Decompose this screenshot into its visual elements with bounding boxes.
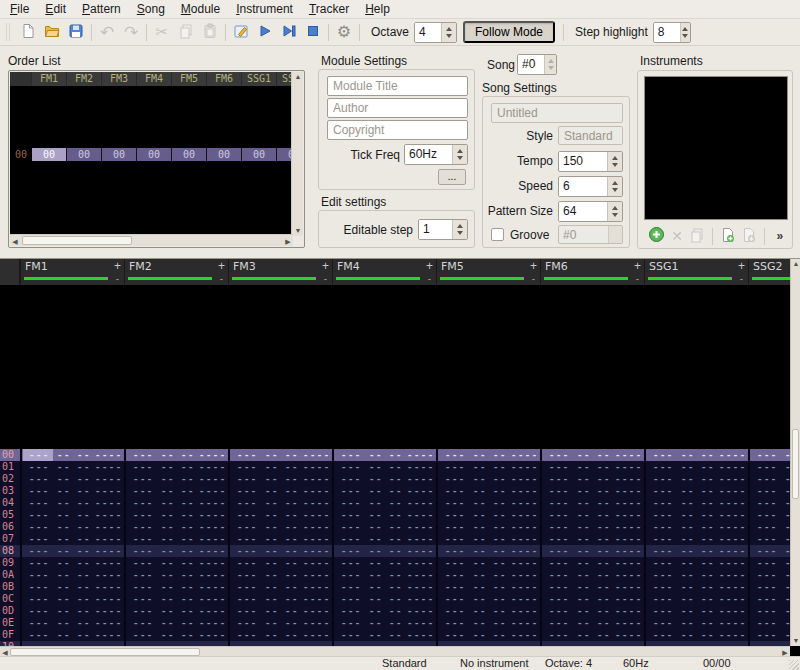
spin-down-icon[interactable] <box>446 34 452 38</box>
pattern-row[interactable]: 08--------------------------------------… <box>0 545 790 557</box>
pattern-cell[interactable]: ----------- <box>748 449 790 461</box>
pattern-cell[interactable]: ----------- <box>748 497 790 509</box>
pattern-row[interactable]: 01--------------------------------------… <box>0 461 790 473</box>
pattern-cell[interactable]: ----------- <box>540 545 644 557</box>
pattern-cell[interactable]: ----------- <box>644 557 748 569</box>
pattern-cell[interactable]: ----------- <box>20 617 124 629</box>
order-list-row[interactable]: 000000000000000000 <box>10 148 293 161</box>
pattern-cell[interactable]: ----------- <box>644 485 748 497</box>
pattern-cell[interactable]: ----------- <box>644 509 748 521</box>
pattern-cell[interactable]: ----------- <box>644 569 748 581</box>
pattern-cell[interactable]: ----------- <box>644 497 748 509</box>
pattern-cell[interactable]: ----------- <box>228 461 332 473</box>
tempo-spin-buttons[interactable] <box>607 152 622 171</box>
groove-checkbox[interactable] <box>491 228 504 241</box>
module-title-field[interactable] <box>327 76 468 96</box>
order-horizontal-scrollbar[interactable]: ◀ ▶ <box>10 234 293 246</box>
add-instrument-button[interactable] <box>648 227 665 245</box>
spin-up-icon[interactable] <box>682 27 688 31</box>
pattern-cell[interactable]: ----------- <box>436 533 540 545</box>
menu-edit[interactable]: Edit <box>37 0 74 18</box>
author-field[interactable] <box>327 98 468 118</box>
order-list-grid[interactable]: FM1FM2FM3FM4FM5FM6SSG1SSG2 0000000000000… <box>10 72 293 236</box>
pattern-row[interactable]: 02--------------------------------------… <box>0 473 790 485</box>
pattern-cell[interactable]: ----------- <box>124 473 228 485</box>
pattern-size-spinbox[interactable]: 64 <box>558 201 623 222</box>
pattern-cell[interactable]: ----------- <box>436 509 540 521</box>
pattern-cell[interactable]: ----------- <box>436 605 540 617</box>
pattern-cell[interactable]: ----------- <box>124 497 228 509</box>
pattern-cell[interactable]: ----------- <box>332 473 436 485</box>
spin-up-icon[interactable] <box>457 149 463 153</box>
pattern-cell[interactable]: ----------- <box>332 509 436 521</box>
order-header-ssg1[interactable]: SSG1 <box>242 72 277 86</box>
spin-up-icon[interactable] <box>612 206 618 210</box>
pattern-cell[interactable]: ----------- <box>436 629 540 641</box>
pattern-cell[interactable]: ----------- <box>540 521 644 533</box>
open-module-button[interactable] <box>40 21 64 44</box>
menu-help[interactable]: Help <box>357 0 398 18</box>
pattern-cell[interactable]: ----------- <box>20 581 124 593</box>
spin-up-icon[interactable] <box>612 181 618 185</box>
menu-pattern[interactable]: Pattern <box>74 0 129 18</box>
pattern-row[interactable]: 05--------------------------------------… <box>0 509 790 521</box>
channel-header-fm3[interactable]: FM3+- <box>228 259 332 285</box>
pattern-cell[interactable]: ----------- <box>228 593 332 605</box>
pattern-cell[interactable]: ----------- <box>644 461 748 473</box>
channel-header-fm5[interactable]: FM5+- <box>436 259 540 285</box>
collapse-channel-icon[interactable]: - <box>220 273 223 284</box>
pattern-cell[interactable]: ----------- <box>228 569 332 581</box>
stop-button[interactable] <box>301 21 325 44</box>
toggle-edit-button[interactable] <box>229 21 253 44</box>
play-from-start-button[interactable] <box>277 21 301 44</box>
pattern-cell[interactable]: ----------- <box>644 473 748 485</box>
expand-channel-icon[interactable]: + <box>114 259 121 273</box>
pattern-cell[interactable]: ----------- <box>20 593 124 605</box>
menu-file[interactable]: File <box>2 0 37 18</box>
expand-channel-icon[interactable]: + <box>530 259 537 273</box>
scrollbar-thumb[interactable] <box>10 648 200 656</box>
pattern-row[interactable]: 0E--------------------------------------… <box>0 617 790 629</box>
pattern-cell[interactable]: ----------- <box>228 509 332 521</box>
pattern-cell[interactable]: ----------- <box>20 629 124 641</box>
pattern-cell[interactable]: ----------- <box>332 521 436 533</box>
spin-down-icon[interactable] <box>682 34 688 38</box>
pattern-cell[interactable]: ----------- <box>644 605 748 617</box>
pattern-cell[interactable]: ----------- <box>228 617 332 629</box>
pattern-cell[interactable]: ----------- <box>540 593 644 605</box>
channel-header-ssg1[interactable]: SSG1+- <box>644 259 748 285</box>
pattern-cell[interactable]: ----------- <box>20 557 124 569</box>
pattern-cell[interactable]: ----------- <box>644 521 748 533</box>
pattern-row[interactable]: 00--------------------------------------… <box>0 449 790 461</box>
channel-header-fm2[interactable]: FM2+- <box>124 259 228 285</box>
menu-tracker[interactable]: Tracker <box>301 0 357 18</box>
pattern-row[interactable]: 0F--------------------------------------… <box>0 629 790 641</box>
pattern-cell[interactable]: ----------- <box>540 449 644 461</box>
menu-module[interactable]: Module <box>173 0 228 18</box>
pattern-vertical-scrollbar[interactable]: ▲ ▼ <box>790 259 800 646</box>
pattern-cell[interactable]: ----------- <box>540 473 644 485</box>
pattern-cell[interactable]: ----------- <box>332 629 436 641</box>
pattern-cell[interactable]: ----------- <box>436 473 540 485</box>
menu-instrument[interactable]: Instrument <box>228 0 301 18</box>
pattern-cell[interactable]: ----------- <box>124 461 228 473</box>
pattern-cell[interactable]: ----------- <box>20 521 124 533</box>
pattern-cell[interactable]: ----------- <box>124 569 228 581</box>
channel-header-fm1[interactable]: FM1+- <box>20 259 124 285</box>
pattern-row[interactable]: 07--------------------------------------… <box>0 533 790 545</box>
pattern-cell[interactable]: ----------- <box>748 581 790 593</box>
pattern-cell[interactable]: ----------- <box>436 617 540 629</box>
spin-down-icon[interactable] <box>457 156 463 160</box>
spin-down-icon[interactable] <box>457 231 463 235</box>
pattern-cell[interactable]: ----------- <box>748 593 790 605</box>
pattern-cell[interactable]: ----------- <box>228 485 332 497</box>
pattern-cell[interactable]: ----------- <box>124 629 228 641</box>
pattern-cell[interactable]: ----------- <box>644 545 748 557</box>
pattern-cell[interactable]: ----------- <box>540 581 644 593</box>
spin-up-icon[interactable] <box>457 224 463 228</box>
pattern-cell[interactable]: ----------- <box>20 485 124 497</box>
pattern-cell[interactable]: ----------- <box>644 617 748 629</box>
new-module-button[interactable] <box>16 21 40 44</box>
pattern-cell[interactable]: ----------- <box>228 545 332 557</box>
scroll-right-icon[interactable]: ▶ <box>283 237 293 247</box>
